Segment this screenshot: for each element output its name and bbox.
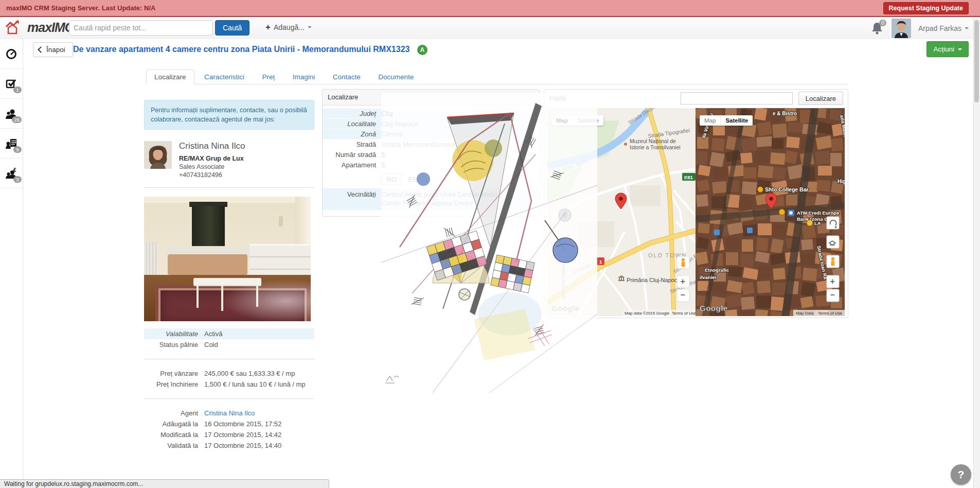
user-avatar[interactable] [892, 19, 911, 38]
agent-company: RE/MAX Grup de Lux [179, 155, 245, 162]
map-locate-button[interactable]: Localizare [798, 92, 843, 105]
deals-count-badge: 3 [13, 176, 22, 183]
table-row: Modificată la 17 Octombrie 2015, 14:42 [144, 429, 314, 440]
header-right-cluster: 0 Arpad Farkas [871, 19, 969, 38]
sidebar-item-tasks[interactable]: 1 [0, 69, 23, 99]
pegman-control[interactable] [827, 255, 839, 268]
field-label: Vecinătăți [323, 190, 381, 208]
pegman-control[interactable] [677, 256, 689, 269]
svg-text:€: € [13, 168, 16, 173]
field-value: Central [381, 130, 403, 138]
svg-text:+: + [681, 277, 685, 286]
request-staging-update-button[interactable]: Request Staging Update [883, 2, 969, 14]
contacts-count-badge: 26 [12, 116, 22, 123]
google-logo: Google [551, 304, 580, 312]
tab-documente[interactable]: Documente [370, 70, 421, 84]
zoom-out-button[interactable]: − [677, 289, 689, 302]
help-button[interactable]: ? [951, 464, 971, 485]
maximo-crm-app: maxIMO CRM Staging Server. Last Update: … [0, 0, 980, 488]
bar-poi-icon [758, 187, 763, 193]
table-row: Preț închiriere 1,500 € / lună sau 10 € … [144, 379, 314, 390]
svg-text:Istorie a Transilvaniei: Istorie a Transilvaniei [630, 144, 681, 150]
svg-text:Hig: Hig [838, 179, 845, 184]
row-label: Adăugată la [144, 420, 204, 428]
sidebar-item-dashboard[interactable] [0, 39, 23, 69]
back-button[interactable]: Înapoi [33, 42, 73, 57]
tasks-count-badge: 1 [13, 86, 22, 93]
user-avatar-image [892, 19, 911, 38]
staging-banner: maxIMO CRM Staging Server. Last Update: … [0, 0, 980, 17]
table-row: Preț vânzare 245,000 € sau 1,633.33 € / … [144, 368, 314, 379]
table-row: Adăugată la 16 Octombrie 2015, 17:52 [144, 419, 314, 429]
agent-name: Cristina Nina Ilco [179, 141, 245, 151]
properties-count-badge: 9 [13, 146, 22, 153]
localizare-panel-title: Localizare [323, 90, 540, 106]
back-button-label: Înapoi [46, 46, 65, 54]
road-map[interactable]: Strada Dacia Strada Tipografiei Muzeul N… [547, 108, 696, 316]
search-button[interactable]: Caută [215, 20, 250, 36]
tab-contacte[interactable]: Contacte [325, 70, 368, 84]
svg-text:ATM Credi Europe: ATM Credi Europe [797, 210, 839, 216]
price-table: Preț vânzare 245,000 € sau 1,633.33 € / … [144, 368, 314, 390]
sidebar-item-properties[interactable]: 9 [0, 129, 23, 159]
zoom-in-button[interactable]: + [677, 275, 689, 288]
svg-text:e & Bistro: e & Bistro [773, 111, 797, 116]
tab-lang-ro[interactable]: RO [381, 173, 402, 185]
row-value: 245,000 € sau 1,633.33 € / mp [204, 370, 314, 377]
chevron-down-icon [965, 27, 969, 29]
road-map-type-toggle: Map Satellite [551, 115, 603, 126]
transit-icon [714, 230, 720, 235]
harta-panel: Hartă Localizare [544, 89, 848, 318]
satellite-toggle-button[interactable]: Satellite [720, 115, 753, 126]
meta-table: Agent Cristina Nina Ilco Adăugată la 16 … [144, 408, 314, 451]
table-row: Validată la 17 Octombrie 2015, 14:40 [144, 440, 314, 451]
vertical-scrollbar[interactable] [973, 17, 980, 488]
rotate-control[interactable] [827, 217, 839, 229]
left-sidebar: 1 26 9 [0, 39, 23, 488]
route-1-shield: 1 [597, 257, 604, 265]
row-label: Modificată la [144, 431, 204, 439]
actions-button[interactable]: Acțiuni [926, 41, 969, 57]
staging-banner-text: maxIMO CRM Staging Server. Last Update: … [6, 4, 155, 12]
maximo-logo[interactable]: maxIMO [5, 20, 74, 35]
table-row: Status pâlnie Cold [144, 339, 314, 350]
user-menu[interactable]: Arpad Farkas [918, 24, 969, 32]
global-search-input[interactable] [69, 20, 213, 36]
tab-lang-en[interactable]: EN [403, 174, 422, 185]
sidebar-item-deals[interactable]: € 3 [0, 159, 23, 188]
row-label: Status pâlnie [144, 341, 204, 348]
smiley-poi-icon [807, 220, 813, 226]
map-toggle-button[interactable]: Map [551, 115, 573, 126]
listing-tabs: Localizare Caracteristici Preț Imagini C… [146, 69, 848, 84]
tab-localizare[interactable]: Localizare [146, 69, 194, 84]
satellite-map[interactable]: e & Bistro da Virgil Fu ada Matei Hig Sh… [696, 108, 845, 316]
scrollbar-thumb[interactable] [974, 20, 979, 102]
tab-caracteristici[interactable]: Caracteristici [197, 70, 252, 84]
add-menu-button[interactable]: + Adaugă... [265, 22, 312, 32]
notifications-button[interactable]: 0 [871, 21, 884, 36]
tab-pret[interactable]: Preț [254, 70, 282, 84]
tab-imagini[interactable]: Imagini [285, 70, 323, 84]
terms-link[interactable]: Terms of Use [818, 311, 843, 316]
zoom-out-button[interactable]: − [827, 289, 839, 302]
chevron-down-icon [308, 26, 312, 28]
map-toggle-button[interactable]: Map [700, 115, 720, 126]
row-value: 1,500 € / lună sau 10 € / lună / mp [204, 380, 314, 388]
top-navbar: maxIMO Caută + Adaugă... 0 [0, 17, 980, 40]
sidebar-item-contacts[interactable]: 26 [0, 99, 23, 129]
vecinatati-row: Vecinătăți Centrul istoric piata Unirii … [323, 188, 540, 210]
satellite-toggle-button[interactable]: Satellite [573, 115, 603, 126]
tilt-control[interactable] [827, 236, 839, 248]
svg-text:ața Victor Babeș: ața Victor Babeș [560, 264, 566, 300]
map-address-input[interactable] [681, 92, 793, 104]
row-label: Validată la [144, 442, 204, 449]
listing-title-text: De vanzare apartament 4 camere centru zo… [73, 45, 409, 54]
page-title-bar: Înapoi De vanzare apartament 4 camere ce… [23, 39, 980, 63]
agent-link[interactable]: Cristina Nina Ilco [204, 409, 255, 417]
chevron-down-icon [958, 48, 962, 50]
zoom-in-button[interactable]: + [827, 275, 839, 288]
google-logo: Google [700, 304, 728, 312]
field-value: Strada Memorandumului [381, 141, 454, 148]
field-value: Cluj-Napoca [381, 120, 418, 128]
terms-link[interactable]: Terms of Use [672, 311, 696, 316]
